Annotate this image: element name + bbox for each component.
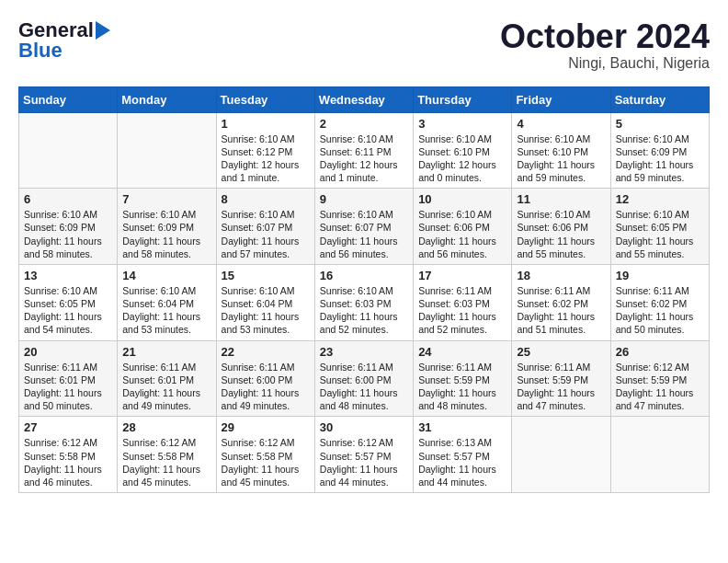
calendar-cell: 10Sunrise: 6:10 AM Sunset: 6:06 PM Dayli…	[414, 189, 512, 265]
weekday-header-tuesday: Tuesday	[216, 86, 314, 112]
day-content: Sunrise: 6:12 AM Sunset: 5:58 PM Dayligh…	[222, 436, 310, 488]
weekday-header-thursday: Thursday	[414, 86, 512, 112]
calendar-cell: 3Sunrise: 6:10 AM Sunset: 6:10 PM Daylig…	[414, 112, 512, 189]
day-number: 16	[320, 269, 408, 282]
week-row-1: 1Sunrise: 6:10 AM Sunset: 6:12 PM Daylig…	[19, 112, 710, 189]
day-content: Sunrise: 6:11 AM Sunset: 6:00 PM Dayligh…	[320, 361, 408, 413]
calendar-cell: 6Sunrise: 6:10 AM Sunset: 6:09 PM Daylig…	[19, 189, 118, 265]
day-number: 24	[418, 345, 506, 359]
calendar-cell: 26Sunrise: 6:12 AM Sunset: 5:59 PM Dayli…	[610, 340, 709, 417]
day-number: 30	[320, 420, 408, 434]
day-content: Sunrise: 6:12 AM Sunset: 5:57 PM Dayligh…	[320, 436, 408, 488]
day-content: Sunrise: 6:10 AM Sunset: 6:12 PM Dayligh…	[222, 132, 310, 185]
calendar-cell: 9Sunrise: 6:10 AM Sunset: 6:07 PM Daylig…	[314, 189, 413, 265]
day-number: 14	[122, 269, 210, 282]
weekday-header-row: SundayMondayTuesdayWednesdayThursdayFrid…	[19, 86, 710, 112]
day-content: Sunrise: 6:13 AM Sunset: 5:57 PM Dayligh…	[418, 436, 506, 488]
calendar-cell: 22Sunrise: 6:11 AM Sunset: 6:00 PM Dayli…	[216, 340, 314, 417]
page-header: General Blue October 2024 Ningi, Bauchi,…	[18, 18, 710, 72]
day-content: Sunrise: 6:10 AM Sunset: 6:05 PM Dayligh…	[616, 208, 704, 260]
day-content: Sunrise: 6:11 AM Sunset: 6:00 PM Dayligh…	[222, 361, 310, 413]
calendar-cell: 28Sunrise: 6:12 AM Sunset: 5:58 PM Dayli…	[118, 417, 216, 493]
day-content: Sunrise: 6:12 AM Sunset: 5:58 PM Dayligh…	[122, 436, 210, 488]
calendar-cell: 2Sunrise: 6:10 AM Sunset: 6:11 PM Daylig…	[314, 112, 413, 189]
logo: General Blue	[18, 18, 110, 63]
calendar-cell: 27Sunrise: 6:12 AM Sunset: 5:58 PM Dayli…	[19, 417, 118, 493]
calendar-table: SundayMondayTuesdayWednesdayThursdayFrid…	[18, 86, 710, 493]
weekday-header-wednesday: Wednesday	[314, 86, 413, 112]
calendar-cell: 18Sunrise: 6:11 AM Sunset: 6:02 PM Dayli…	[512, 264, 610, 340]
calendar-cell: 16Sunrise: 6:10 AM Sunset: 6:03 PM Dayli…	[314, 264, 413, 340]
calendar-cell: 24Sunrise: 6:11 AM Sunset: 5:59 PM Dayli…	[414, 340, 512, 417]
day-content: Sunrise: 6:10 AM Sunset: 6:07 PM Dayligh…	[320, 208, 408, 260]
calendar-cell: 8Sunrise: 6:10 AM Sunset: 6:07 PM Daylig…	[216, 189, 314, 265]
day-number: 28	[122, 420, 210, 434]
month-title: October 2024	[500, 18, 710, 55]
day-number: 23	[320, 345, 408, 359]
day-number: 4	[517, 117, 605, 131]
day-number: 12	[616, 192, 704, 206]
day-content: Sunrise: 6:11 AM Sunset: 6:02 PM Dayligh…	[616, 284, 704, 337]
day-content: Sunrise: 6:10 AM Sunset: 6:06 PM Dayligh…	[517, 208, 605, 260]
weekday-header-friday: Friday	[512, 86, 610, 112]
day-number: 21	[122, 345, 210, 359]
calendar-cell: 20Sunrise: 6:11 AM Sunset: 6:01 PM Dayli…	[19, 340, 118, 417]
calendar-cell: 5Sunrise: 6:10 AM Sunset: 6:09 PM Daylig…	[610, 112, 709, 189]
logo-arrow-icon	[96, 21, 110, 40]
day-content: Sunrise: 6:11 AM Sunset: 6:02 PM Dayligh…	[517, 284, 605, 337]
calendar-cell: 11Sunrise: 6:10 AM Sunset: 6:06 PM Dayli…	[512, 189, 610, 265]
calendar-cell	[610, 417, 709, 493]
day-number: 17	[418, 269, 506, 282]
day-content: Sunrise: 6:10 AM Sunset: 6:05 PM Dayligh…	[24, 284, 112, 337]
day-content: Sunrise: 6:10 AM Sunset: 6:09 PM Dayligh…	[122, 208, 210, 260]
weekday-header-saturday: Saturday	[610, 86, 709, 112]
day-number: 6	[24, 192, 112, 206]
week-row-2: 6Sunrise: 6:10 AM Sunset: 6:09 PM Daylig…	[19, 189, 710, 265]
day-content: Sunrise: 6:11 AM Sunset: 6:03 PM Dayligh…	[418, 284, 506, 337]
week-row-4: 20Sunrise: 6:11 AM Sunset: 6:01 PM Dayli…	[19, 340, 710, 417]
day-number: 2	[320, 117, 408, 131]
day-number: 7	[122, 192, 210, 206]
day-number: 25	[517, 345, 605, 359]
day-content: Sunrise: 6:11 AM Sunset: 5:59 PM Dayligh…	[517, 361, 605, 413]
day-content: Sunrise: 6:10 AM Sunset: 6:07 PM Dayligh…	[222, 208, 310, 260]
day-content: Sunrise: 6:10 AM Sunset: 6:09 PM Dayligh…	[24, 208, 112, 260]
calendar-cell	[118, 112, 216, 189]
calendar-cell: 30Sunrise: 6:12 AM Sunset: 5:57 PM Dayli…	[314, 417, 413, 493]
day-content: Sunrise: 6:10 AM Sunset: 6:10 PM Dayligh…	[418, 132, 506, 185]
day-content: Sunrise: 6:11 AM Sunset: 6:01 PM Dayligh…	[24, 361, 112, 413]
calendar-cell: 21Sunrise: 6:11 AM Sunset: 6:01 PM Dayli…	[118, 340, 216, 417]
logo-blue: Blue	[18, 39, 63, 63]
day-content: Sunrise: 6:12 AM Sunset: 5:59 PM Dayligh…	[616, 361, 704, 413]
day-number: 15	[222, 269, 310, 282]
week-row-3: 13Sunrise: 6:10 AM Sunset: 6:05 PM Dayli…	[19, 264, 710, 340]
day-number: 11	[517, 192, 605, 206]
day-content: Sunrise: 6:12 AM Sunset: 5:58 PM Dayligh…	[24, 436, 112, 488]
calendar-cell: 31Sunrise: 6:13 AM Sunset: 5:57 PM Dayli…	[414, 417, 512, 493]
calendar-cell: 19Sunrise: 6:11 AM Sunset: 6:02 PM Dayli…	[610, 264, 709, 340]
day-number: 22	[222, 345, 310, 359]
calendar-cell: 7Sunrise: 6:10 AM Sunset: 6:09 PM Daylig…	[118, 189, 216, 265]
calendar-cell: 1Sunrise: 6:10 AM Sunset: 6:12 PM Daylig…	[216, 112, 314, 189]
day-content: Sunrise: 6:10 AM Sunset: 6:11 PM Dayligh…	[320, 132, 408, 185]
calendar-cell	[512, 417, 610, 493]
calendar-cell: 17Sunrise: 6:11 AM Sunset: 6:03 PM Dayli…	[414, 264, 512, 340]
day-content: Sunrise: 6:10 AM Sunset: 6:04 PM Dayligh…	[222, 284, 310, 337]
day-content: Sunrise: 6:10 AM Sunset: 6:06 PM Dayligh…	[418, 208, 506, 260]
day-content: Sunrise: 6:10 AM Sunset: 6:10 PM Dayligh…	[517, 132, 605, 185]
calendar-cell: 4Sunrise: 6:10 AM Sunset: 6:10 PM Daylig…	[512, 112, 610, 189]
day-number: 31	[418, 420, 506, 434]
day-content: Sunrise: 6:10 AM Sunset: 6:03 PM Dayligh…	[320, 284, 408, 337]
week-row-5: 27Sunrise: 6:12 AM Sunset: 5:58 PM Dayli…	[19, 417, 710, 493]
day-number: 9	[320, 192, 408, 206]
day-content: Sunrise: 6:11 AM Sunset: 5:59 PM Dayligh…	[418, 361, 506, 413]
weekday-header-sunday: Sunday	[19, 86, 118, 112]
calendar-cell: 13Sunrise: 6:10 AM Sunset: 6:05 PM Dayli…	[19, 264, 118, 340]
day-content: Sunrise: 6:10 AM Sunset: 6:09 PM Dayligh…	[616, 132, 704, 185]
day-number: 10	[418, 192, 506, 206]
day-number: 27	[24, 420, 112, 434]
calendar-cell: 23Sunrise: 6:11 AM Sunset: 6:00 PM Dayli…	[314, 340, 413, 417]
calendar-cell	[19, 112, 118, 189]
day-number: 29	[222, 420, 310, 434]
calendar-cell: 12Sunrise: 6:10 AM Sunset: 6:05 PM Dayli…	[610, 189, 709, 265]
